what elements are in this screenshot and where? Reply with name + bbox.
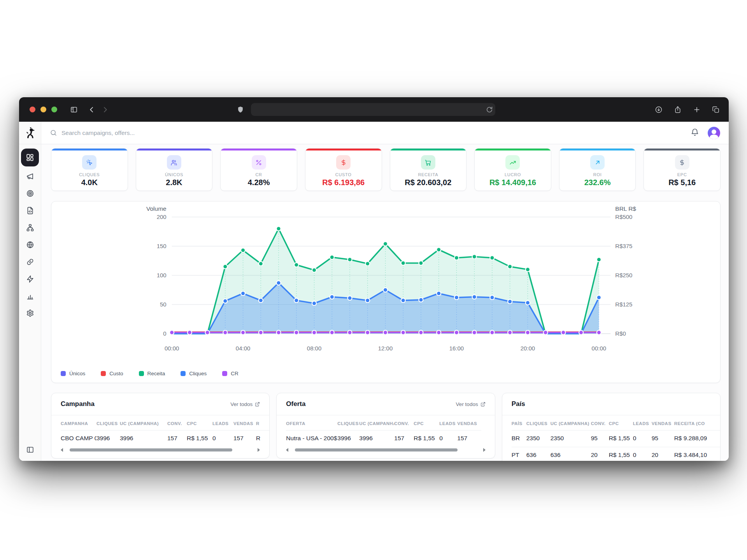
svg-text:20:00: 20:00: [521, 345, 535, 352]
table-cell: BR: [512, 430, 526, 447]
forward-icon[interactable]: [98, 103, 112, 116]
horizontal-scrollbar[interactable]: [286, 447, 485, 453]
scroll-right-icon[interactable]: [483, 448, 486, 452]
table-cell: 636: [526, 447, 551, 461]
dollar-icon: [336, 155, 351, 170]
column-header: VENDAS: [652, 415, 674, 430]
kpi-label: CR: [255, 172, 262, 177]
table-row[interactable]: BR2350235095R$ 1,55095R$ 9.288,09: [512, 430, 720, 447]
zoom-window-button[interactable]: [51, 107, 57, 112]
column-header: CONV.: [394, 415, 414, 430]
svg-text:08:00: 08:00: [307, 345, 321, 352]
sidebar-item-tracking[interactable]: [23, 186, 37, 200]
column-header: CAMPANHA: [61, 415, 96, 430]
sidebar-item-funnels[interactable]: [23, 220, 37, 234]
legend-swatch: [101, 371, 106, 376]
table-card-header: OfertaVer todos: [277, 393, 494, 415]
desktop: CLIQUES4.0KÚNICOS2.8KCR4.28%CUSTOR$ 6.19…: [0, 0, 747, 560]
sidebar-footer: [19, 441, 41, 461]
minimize-window-button[interactable]: [40, 107, 46, 112]
dog-logo-icon: [24, 127, 36, 139]
table-body: OFERTACLIQUESUC (CAMPANHA)CONV.CPCLEADSV…: [277, 415, 494, 458]
svg-text:0: 0: [163, 330, 166, 337]
svg-text:Volume: Volume: [146, 205, 167, 212]
kpi-label: LUCRO: [505, 172, 521, 177]
sidebar-item-dashboard[interactable]: [21, 149, 39, 166]
table-row[interactable]: Nutra - USA - 200$39963996157R$ 1,550157: [286, 430, 481, 447]
dashboard-icon: [26, 153, 34, 162]
shield-icon[interactable]: [234, 103, 247, 116]
kpi-accent-bar: [305, 149, 382, 150]
sidebar-item-pages[interactable]: [23, 203, 37, 217]
percent-icon: [252, 155, 266, 170]
column-header: UC (CAMPANHA): [551, 415, 591, 430]
search-input[interactable]: [61, 130, 256, 136]
close-window-button[interactable]: [30, 107, 35, 112]
sidebar-item-settings[interactable]: [23, 306, 37, 320]
sidebar-item-campaigns[interactable]: [23, 169, 37, 183]
back-icon[interactable]: [85, 103, 98, 116]
global-search: [50, 129, 691, 136]
sidebar-item-reports[interactable]: [23, 289, 37, 303]
column-header: OFERTA: [286, 415, 337, 430]
ver-todos-link[interactable]: Ver todos: [456, 401, 486, 407]
downloads-icon[interactable]: [652, 103, 665, 116]
legend-item-cr[interactable]: CR: [222, 371, 238, 376]
trending-up-icon: [505, 155, 520, 170]
zap-icon: [26, 275, 34, 283]
collapse-sidebar-icon[interactable]: [26, 446, 34, 455]
scrollbar-track[interactable]: [66, 448, 255, 452]
table-row[interactable]: CBO CAMP 0239963996157R$ 1,550157R: [61, 430, 269, 447]
kpi-value: R$ 14.409,16: [489, 178, 536, 187]
table-cell: 3996: [337, 430, 359, 447]
ver-todos-link[interactable]: Ver todos: [230, 401, 260, 407]
scroll-left-icon[interactable]: [286, 448, 288, 452]
column-header: R: [256, 415, 269, 430]
legend-item-cliques[interactable]: Cliques: [181, 371, 207, 376]
column-header: CONV.: [591, 415, 609, 430]
table-cell: 95: [652, 430, 674, 447]
legend-label: Únicos: [69, 371, 85, 376]
column-header: CLIQUES: [526, 415, 551, 430]
table-cell: 157: [233, 430, 256, 447]
sidebar-item-automation[interactable]: [23, 272, 37, 286]
url-bar[interactable]: [251, 103, 495, 116]
traffic-chart-card: 0R$050R$125100R$250150R$375200R$500Volum…: [51, 201, 721, 383]
table-row[interactable]: PT63663620R$ 1,55020R$ 3.484,10: [512, 447, 720, 461]
table-title: País: [512, 400, 525, 408]
sidebar-item-domains[interactable]: [23, 238, 37, 252]
table-cell: 3996: [359, 430, 394, 447]
scroll-right-icon[interactable]: [258, 448, 260, 452]
scroll-left-icon[interactable]: [61, 448, 63, 452]
browser-titlebar: [19, 97, 729, 122]
kpi-label: CLIQUES: [79, 172, 100, 177]
legend-item-custo[interactable]: Custo: [101, 371, 123, 376]
scrollbar-thumb[interactable]: [70, 448, 232, 452]
column-header: RECEITA (CO: [674, 415, 720, 430]
horizontal-scrollbar[interactable]: [61, 447, 260, 453]
share-icon[interactable]: [671, 103, 684, 116]
browser-sidebar-toggle-icon[interactable]: [67, 103, 81, 116]
svg-text:12:00: 12:00: [378, 345, 393, 352]
table-cell: R$ 3.484,10: [674, 447, 720, 461]
notifications-bell-icon[interactable]: [691, 128, 699, 138]
new-tab-icon[interactable]: [690, 103, 703, 116]
legend-swatch: [181, 371, 186, 376]
legend-item-únicos[interactable]: Únicos: [61, 371, 85, 376]
table-cell: 3996: [120, 430, 167, 447]
column-header: VENDAS: [233, 415, 256, 430]
reload-icon[interactable]: [484, 103, 495, 116]
table-cell: Nutra - USA - 200$: [286, 430, 337, 447]
search-icon: [50, 129, 57, 136]
tab-overview-icon[interactable]: [709, 103, 722, 116]
kpi-value: R$ 20.603,02: [405, 178, 451, 187]
column-header: UC (CAMPANHA): [359, 415, 394, 430]
scrollbar-track[interactable]: [291, 448, 480, 452]
arrow-up-right-icon: [590, 155, 605, 170]
legend-item-receita[interactable]: Receita: [139, 371, 165, 376]
kpi-label: RECEITA: [418, 172, 438, 177]
scrollbar-thumb[interactable]: [295, 448, 458, 452]
sidebar-item-links[interactable]: [23, 255, 37, 269]
user-avatar[interactable]: [708, 127, 720, 139]
table-cell: R: [256, 430, 269, 447]
